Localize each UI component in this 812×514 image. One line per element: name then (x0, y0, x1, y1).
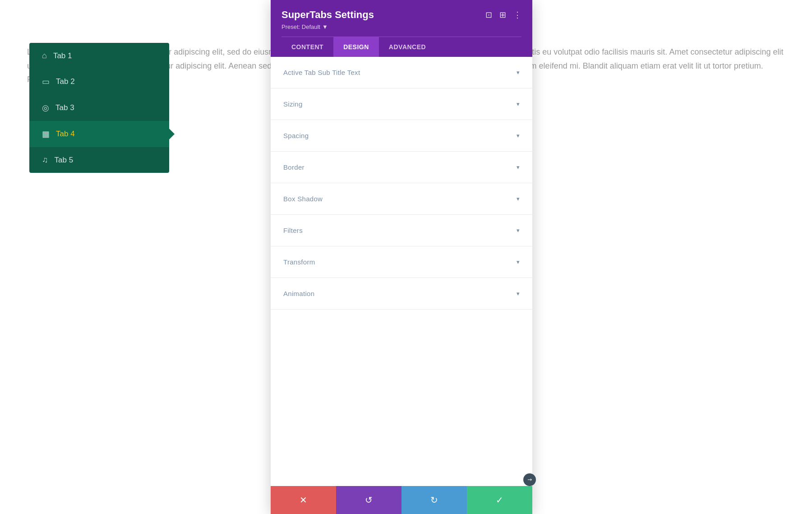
tab-content[interactable]: Content (281, 37, 333, 57)
tab-label-3: Tab 3 (55, 103, 74, 112)
accordion-header-border[interactable]: Border ▾ (271, 152, 532, 183)
redo-icon: ↻ (430, 495, 438, 505)
cancel-icon: ✕ (300, 495, 307, 505)
accordion-label-sizing: Sizing (283, 100, 303, 108)
accordion-box-shadow: Box Shadow ▾ (271, 183, 532, 215)
panel-preset[interactable]: Preset: Default ▼ (281, 23, 521, 30)
chevron-down-icon-5: ▾ (517, 227, 520, 234)
chevron-down-icon-4: ▾ (517, 195, 520, 202)
accordion-label-transform: Transform (283, 258, 315, 266)
accordion-label-active-tab-subtitle: Active Tab Sub Title Text (283, 69, 360, 76)
tab-widget: ⌂ Tab 1 ▭ Tab 2 ◎ Tab 3 ▦ Tab 4 ♫ Tab 5 (29, 43, 169, 173)
music-icon: ♫ (42, 155, 48, 165)
responsive-icon[interactable]: ⊡ (485, 10, 492, 20)
more-options-icon[interactable]: ⋮ (513, 10, 521, 20)
chevron-down-icon-0: ▾ (517, 69, 520, 76)
accordion-header-filters[interactable]: Filters ▾ (271, 215, 532, 246)
accordion-active-tab-subtitle: Active Tab Sub Title Text ▾ (271, 57, 532, 88)
chevron-down-icon-6: ▾ (517, 259, 520, 265)
accordion-spacing: Spacing ▾ (271, 120, 532, 152)
accordion-header-box-shadow[interactable]: Box Shadow ▾ (271, 183, 532, 214)
resize-icon: ↗ (526, 476, 534, 484)
preset-arrow: ▼ (322, 23, 328, 30)
undo-icon: ↺ (365, 495, 373, 505)
accordion-transform: Transform ▾ (271, 246, 532, 278)
camera-icon: ◎ (42, 103, 49, 113)
accordion-label-box-shadow: Box Shadow (283, 195, 323, 203)
tab-advanced[interactable]: Advanced (379, 37, 436, 57)
tab-design[interactable]: Design (333, 37, 379, 57)
tab-item-5[interactable]: ♫ Tab 5 (29, 147, 169, 173)
tab-label-4: Tab 4 (56, 130, 75, 139)
panel-title-row: SuperTabs Settings ⊡ ⊞ ⋮ (281, 9, 521, 21)
tab-item-2[interactable]: ▭ Tab 2 (29, 69, 169, 95)
redo-button[interactable]: ↻ (401, 486, 467, 514)
accordion-header-animation[interactable]: Animation ▾ (271, 278, 532, 309)
resize-handle[interactable]: ↗ (523, 473, 536, 486)
tab-label-5: Tab 5 (55, 156, 74, 165)
accordion-border: Border ▾ (271, 152, 532, 183)
settings-panel: SuperTabs Settings ⊡ ⊞ ⋮ Preset: Default… (271, 0, 532, 514)
preset-label: Preset: Default (281, 23, 320, 30)
panel-header-icons: ⊡ ⊞ ⋮ (485, 10, 521, 20)
chevron-down-icon-7: ▾ (517, 290, 520, 297)
save-button[interactable]: ✓ (467, 486, 532, 514)
accordion-label-animation: Animation (283, 290, 314, 297)
accordion-sizing: Sizing ▾ (271, 88, 532, 120)
chevron-down-icon-3: ▾ (517, 164, 520, 171)
chevron-down-icon-2: ▾ (517, 132, 520, 139)
accordion-header-active-tab-subtitle[interactable]: Active Tab Sub Title Text ▾ (271, 57, 532, 88)
accordion-filters: Filters ▾ (271, 215, 532, 246)
calendar-icon: ▦ (42, 129, 50, 139)
panel-footer: ✕ ↺ ↻ ✓ (271, 486, 532, 514)
chevron-down-icon-1: ▾ (517, 101, 520, 107)
tab-label-1: Tab 1 (53, 51, 72, 60)
panel-header: SuperTabs Settings ⊡ ⊞ ⋮ Preset: Default… (271, 0, 532, 57)
tab-item-1[interactable]: ⌂ Tab 1 (29, 43, 169, 69)
cancel-button[interactable]: ✕ (271, 486, 336, 514)
layout-icon[interactable]: ⊞ (499, 10, 506, 20)
accordion-label-border: Border (283, 163, 304, 171)
save-icon: ✓ (496, 495, 503, 505)
accordion-header-spacing[interactable]: Spacing ▾ (271, 120, 532, 151)
accordion-header-sizing[interactable]: Sizing ▾ (271, 88, 532, 120)
home-icon: ⌂ (42, 51, 47, 60)
accordion-animation: Animation ▾ (271, 278, 532, 310)
tab-label-2: Tab 2 (56, 77, 75, 86)
accordion-label-filters: Filters (283, 227, 303, 234)
panel-title: SuperTabs Settings (281, 9, 374, 21)
tab-item-4[interactable]: ▦ Tab 4 (29, 121, 169, 147)
accordion-label-spacing: Spacing (283, 132, 309, 139)
panel-content[interactable]: Active Tab Sub Title Text ▾ Sizing ▾ Spa… (271, 57, 532, 486)
panel-tabs: Content Design Advanced (281, 37, 521, 57)
tab-item-3[interactable]: ◎ Tab 3 (29, 95, 169, 121)
undo-button[interactable]: ↺ (336, 486, 401, 514)
accordion-header-transform[interactable]: Transform ▾ (271, 246, 532, 278)
monitor-icon: ▭ (42, 77, 50, 87)
